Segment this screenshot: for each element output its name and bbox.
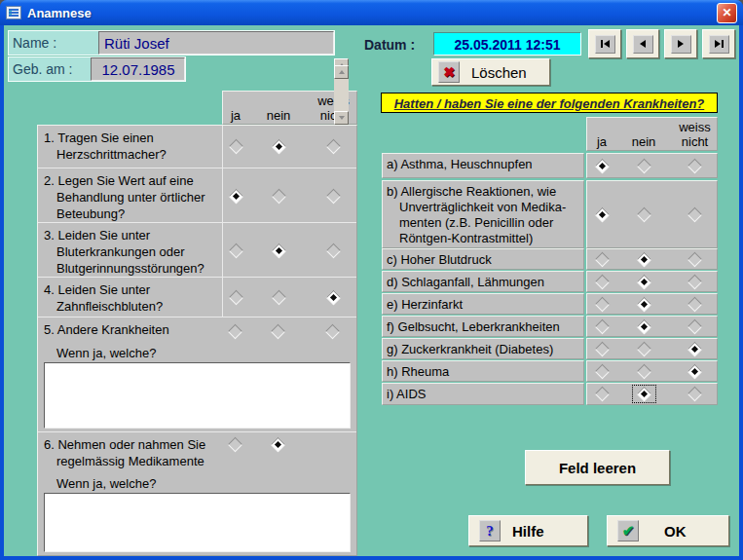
radio-weiss-nicht[interactable] <box>687 296 703 312</box>
radio-weiss-nicht[interactable] <box>326 139 342 155</box>
radio-ja[interactable] <box>594 251 610 267</box>
radio-weiss-nicht[interactable] <box>687 363 703 379</box>
close-icon[interactable]: ✕ <box>717 3 737 23</box>
radio-nein[interactable] <box>636 363 651 379</box>
previous-record-icon <box>633 35 653 54</box>
anamnese-dialog: Anamnese ✕ Name : Rüti Josef Geb. am : 1… <box>0 0 743 560</box>
date-field[interactable]: 25.05.2011 12:51 <box>433 32 581 56</box>
delete-x-icon: ✖ <box>438 61 460 83</box>
question-row-6: 6. Nehmen oder nahmen Sie regelmässig Me… <box>38 431 356 475</box>
clear-field-button[interactable]: Feld leeren <box>525 450 670 485</box>
radio-nein[interactable] <box>270 437 285 453</box>
question-text: 5. Andere Krankheiten <box>38 317 222 345</box>
radio-weiss-nicht[interactable] <box>687 251 703 267</box>
radio-ja[interactable] <box>594 341 610 356</box>
disease-text: a) Asthma, Heuschnupfen <box>383 154 583 173</box>
radio-ja[interactable] <box>228 289 243 305</box>
question-row-5: 5. Andere Krankheiten <box>38 317 356 345</box>
radio-weiss-nicht[interactable] <box>326 189 342 205</box>
disease-row-e: e) Herzinfarkt <box>382 293 718 314</box>
medication-textarea[interactable] <box>44 493 351 552</box>
textarea2-scrollbar[interactable] <box>334 65 349 125</box>
title-bar[interactable]: Anamnese ✕ <box>0 0 743 25</box>
header-nein: nein <box>248 108 309 123</box>
question6-followup-label: Wenn ja, welche? <box>38 475 356 492</box>
help-button-label: Hilfe <box>512 523 544 540</box>
radio-ja[interactable] <box>594 387 610 402</box>
green-check-icon: ✔ <box>617 520 639 541</box>
radio-nein[interactable] <box>636 387 651 402</box>
name-row: Name : Rüti Josef <box>8 30 335 56</box>
radio-weiss-nicht[interactable] <box>326 243 342 259</box>
disease-row-g: g) Zuckerkrankheit (Diabetes) <box>382 338 718 358</box>
right-questionnaire: a) Asthma, Heuschnupfen b) Allergische R… <box>382 153 718 407</box>
radio-nein[interactable] <box>636 341 651 356</box>
radio-weiss-nicht[interactable] <box>687 158 703 173</box>
other-diseases-textarea-wrap <box>38 361 356 431</box>
next-record-icon <box>671 35 691 54</box>
radio-nein[interactable] <box>636 318 651 334</box>
birthdate-field[interactable]: 12.07.1985 <box>91 57 185 81</box>
radio-weiss-nicht[interactable] <box>687 274 703 289</box>
radio-nein[interactable] <box>271 289 286 305</box>
birthdate-label: Geb. am : <box>9 57 91 81</box>
window-title: Anamnese <box>27 6 717 20</box>
radio-ja[interactable] <box>594 206 610 222</box>
question-text: 4. Leiden Sie unter Zahnfleischbluten? <box>38 278 222 317</box>
radio-ja[interactable] <box>594 158 610 173</box>
question-row-4: 4. Leiden Sie unter Zahnfleischbluten? <box>38 278 356 317</box>
record-navigation <box>588 29 735 58</box>
radio-nein[interactable] <box>271 189 286 205</box>
radio-nein[interactable] <box>636 158 651 173</box>
clear-field-button-label: Feld leeren <box>559 460 636 476</box>
ok-button[interactable]: ✔ OK <box>607 515 729 546</box>
radio-weiss-nicht[interactable] <box>687 206 703 222</box>
radio-weiss-nicht[interactable] <box>687 341 703 356</box>
radio-nein[interactable] <box>636 274 651 289</box>
radio-weiss-nicht[interactable] <box>687 387 703 402</box>
left-questionnaire: 1. Tragen Sie einen Herzschrittmacher? 2… <box>37 125 357 556</box>
radio-ja[interactable] <box>227 323 242 339</box>
radio-weiss-nicht[interactable] <box>687 318 703 334</box>
radio-ja[interactable] <box>228 189 243 205</box>
question-mark-icon: ? <box>479 520 501 541</box>
radio-ja[interactable] <box>594 296 610 312</box>
radio-nein[interactable] <box>270 323 285 339</box>
first-record-button[interactable] <box>588 29 621 58</box>
radio-nein[interactable] <box>271 243 286 259</box>
form-icon <box>6 6 21 19</box>
disease-text: h) Rheuma <box>383 361 583 381</box>
radio-nein[interactable] <box>636 251 651 267</box>
radio-weiss-nicht[interactable] <box>326 289 342 305</box>
help-button[interactable]: ? Hilfe <box>468 515 588 546</box>
focused-radio-wrap <box>633 386 655 402</box>
radio-ja[interactable] <box>227 437 242 453</box>
right-table-header: ja nein weiss nicht <box>586 117 718 151</box>
radio-ja[interactable] <box>228 243 243 259</box>
radio-ja[interactable] <box>594 318 610 334</box>
radio-nein[interactable] <box>271 139 286 155</box>
disease-text: g) Zuckerkrankheit (Diabetes) <box>383 339 583 358</box>
disease-row-d: d) Schlaganfall, Lähmungen <box>382 271 718 291</box>
radio-nein[interactable] <box>636 206 651 222</box>
radio-ja[interactable] <box>228 139 243 155</box>
name-field[interactable]: Rüti Josef <box>98 31 334 55</box>
other-diseases-textarea[interactable] <box>44 362 351 429</box>
question5-followup-label: Wenn ja, welche? <box>38 345 356 361</box>
question-text: 2. Legen Sie Wert auf eine Behandlung un… <box>38 168 222 224</box>
question-text: 1. Tragen Sie einen Herzschrittmacher? <box>38 126 222 168</box>
scroll-up-icon[interactable] <box>334 65 349 79</box>
radio-ja[interactable] <box>594 363 610 379</box>
last-record-button[interactable] <box>702 29 735 58</box>
next-record-button[interactable] <box>664 29 697 58</box>
delete-button[interactable]: ✖ Löschen <box>431 58 550 86</box>
name-label: Name : <box>9 31 98 55</box>
disease-row-h: h) Rheuma <box>382 360 718 381</box>
radio-weiss-nicht[interactable] <box>325 323 341 339</box>
radio-ja[interactable] <box>594 274 610 289</box>
scroll-down-icon[interactable] <box>334 111 349 125</box>
disease-text: i) AIDS <box>383 384 583 403</box>
question-row-2: 2. Legen Sie Wert auf eine Behandlung un… <box>38 168 356 223</box>
previous-record-button[interactable] <box>626 29 659 58</box>
radio-nein[interactable] <box>636 296 651 312</box>
